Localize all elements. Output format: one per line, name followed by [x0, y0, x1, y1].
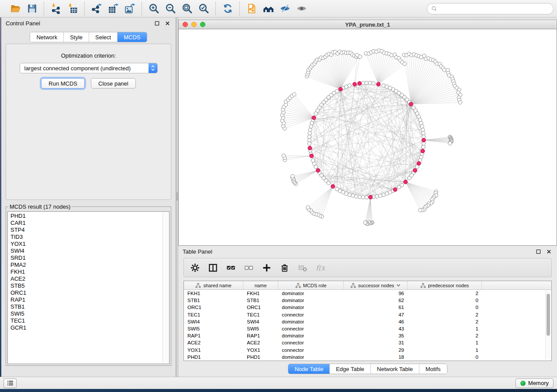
list-menu-icon: [7, 380, 14, 386]
close-panel-button[interactable]: Close panel: [91, 78, 136, 89]
mcds-result-item[interactable]: FKH1: [10, 268, 169, 275]
open-file-button[interactable]: [8, 2, 23, 15]
split-view-button[interactable]: [206, 261, 219, 275]
zoom-fit-button[interactable]: [180, 2, 194, 15]
mcds-result-item[interactable]: SWI5: [10, 310, 169, 317]
mcds-result-item[interactable]: STP4: [10, 227, 169, 234]
zoom-out-button[interactable]: [163, 2, 178, 15]
table-row[interactable]: RAP1RAP1dominator352: [184, 332, 551, 339]
export-table-button[interactable]: [106, 2, 121, 15]
network-canvas[interactable]: [178, 29, 557, 246]
search-input[interactable]: [439, 5, 549, 12]
hide-panel-button[interactable]: [277, 2, 292, 15]
tab-motifs[interactable]: Motifs: [419, 364, 447, 374]
node-table-header: shared namenameMCDS rolesuccessor nodesp…: [184, 281, 551, 290]
mcds-result-item[interactable]: SWI4: [10, 248, 169, 254]
mcds-result-item[interactable]: STB1: [10, 303, 169, 310]
mcds-result-listbox[interactable]: PHD1CAR1STP4TID3YOX1SWI4SRD1PMA2FKH1ACE2…: [7, 211, 170, 364]
network-graph[interactable]: [179, 29, 557, 245]
memory-button[interactable]: Memory: [515, 378, 554, 388]
mcds-result-title: MCDS result (17 nodes): [8, 203, 72, 210]
mcds-result-item[interactable]: CAR1: [10, 220, 169, 227]
mcds-result-item[interactable]: SRD1: [10, 254, 169, 261]
mcds-result-item[interactable]: ACE2: [10, 275, 169, 282]
window-zoom-icon[interactable]: [200, 22, 205, 27]
column-header-name[interactable]: name: [243, 281, 278, 289]
tab-style[interactable]: Style: [64, 32, 89, 42]
table-cell: 31: [344, 340, 408, 345]
table-row[interactable]: YOX1YOX1connector291: [184, 347, 551, 354]
mcds-hub-node: [369, 195, 373, 199]
add-row-button[interactable]: [260, 261, 273, 275]
mcds-result-item[interactable]: PHD1: [10, 213, 169, 220]
control-panel-float-button[interactable]: [153, 20, 161, 27]
toolbar-group: [142, 2, 215, 16]
table-panel-float-button[interactable]: [534, 248, 542, 255]
tab-network[interactable]: Network: [30, 32, 64, 42]
column-header-mcds-role[interactable]: MCDS role: [278, 281, 344, 289]
tab-mcds[interactable]: MCDS: [118, 32, 146, 42]
mcds-result-item[interactable]: YOX1: [10, 241, 169, 248]
mcds-result-item[interactable]: RAP1: [10, 296, 169, 303]
network-nodes[interactable]: [280, 49, 462, 226]
share-document-button[interactable]: [244, 2, 259, 15]
network-overview-button[interactable]: [261, 2, 276, 15]
refresh-view-button[interactable]: [220, 2, 235, 15]
mcds-hub-node: [417, 162, 421, 165]
select-all-button[interactable]: [224, 261, 237, 275]
table-row[interactable]: STB1STB1dominator620: [184, 297, 551, 304]
optimization-criterion-dropdown[interactable]: largest connected component (undirected): [20, 63, 158, 73]
import-table-button[interactable]: [65, 2, 80, 15]
tab-network-table[interactable]: Network Table: [371, 364, 419, 374]
column-header-predecessor-nodes[interactable]: predecessor nodes: [408, 281, 482, 289]
mcds-result-item[interactable]: GCR1: [10, 324, 169, 331]
table-row[interactable]: TEC1TEC1connector472: [184, 311, 551, 318]
run-mcds-button[interactable]: Run MCDS: [41, 78, 85, 89]
task-history-button[interactable]: [3, 378, 17, 388]
table-panel-title: Table Panel: [183, 248, 532, 255]
import-network-button[interactable]: [48, 2, 63, 15]
tab-edge-table[interactable]: Edge Table: [330, 364, 371, 374]
table-scrollbar-thumb[interactable]: [547, 294, 550, 336]
network-window-titlebar[interactable]: YPA_prune.txt_1: [178, 20, 557, 29]
control-panel-close-button[interactable]: [163, 20, 171, 27]
mcds-result-item[interactable]: TEC1: [10, 317, 169, 324]
table-row[interactable]: SWI4SWI4dominator462: [184, 318, 551, 325]
export-network-button[interactable]: [89, 2, 104, 15]
mcds-result-item[interactable]: TID3: [10, 234, 169, 241]
tab-select[interactable]: Select: [89, 32, 118, 42]
column-header-shared-name[interactable]: shared name: [184, 281, 243, 289]
toolbar-group: [84, 2, 142, 16]
window-minimize-icon[interactable]: [191, 22, 197, 27]
table-tabs-row: Node TableEdge TableNetwork TableMotifs: [178, 364, 557, 374]
mcds-result-item[interactable]: ORC1: [10, 289, 169, 296]
gear-button[interactable]: [188, 261, 201, 275]
column-header-successor-nodes[interactable]: successor nodes: [344, 281, 408, 289]
window-close-icon[interactable]: [183, 22, 188, 27]
splitter-grip[interactable]: [176, 192, 178, 201]
table-row[interactable]: PHD1PHD1dominator180: [184, 354, 551, 361]
table-panel: Table Panel shared namenameMCDS rolesucc…: [178, 246, 557, 377]
tab-node-table[interactable]: Node Table: [288, 364, 330, 374]
table-panel-close-button[interactable]: [545, 248, 553, 255]
mcds-result-item[interactable]: PMA2: [10, 261, 169, 268]
table-row[interactable]: ORC1ORC1dominator610: [184, 304, 551, 311]
search-box[interactable]: [427, 3, 554, 14]
zoom-in-button[interactable]: [146, 2, 161, 15]
show-panel-button[interactable]: [294, 2, 309, 15]
table-row[interactable]: FKH1FKH1dominator962: [184, 290, 551, 297]
delete-row-button[interactable]: [278, 261, 291, 275]
save-session-button[interactable]: [24, 2, 39, 15]
table-cell: ORC1: [243, 305, 278, 310]
export-table-icon: [108, 3, 119, 14]
table-cell: YOX1: [243, 347, 278, 353]
mcds-hub-node: [353, 82, 356, 86]
deselect-all-button[interactable]: [242, 261, 255, 275]
export-image-button[interactable]: [122, 2, 137, 15]
table-row[interactable]: SWI5SWI5connector431: [184, 325, 551, 332]
mcds-list-scrollbar[interactable]: [163, 212, 169, 363]
table-row[interactable]: ACE2ACE2connector311: [184, 339, 551, 346]
mcds-result-item[interactable]: STB5: [10, 282, 169, 289]
table-scrollbar[interactable]: [545, 290, 551, 360]
zoom-selected-button[interactable]: [196, 2, 211, 15]
